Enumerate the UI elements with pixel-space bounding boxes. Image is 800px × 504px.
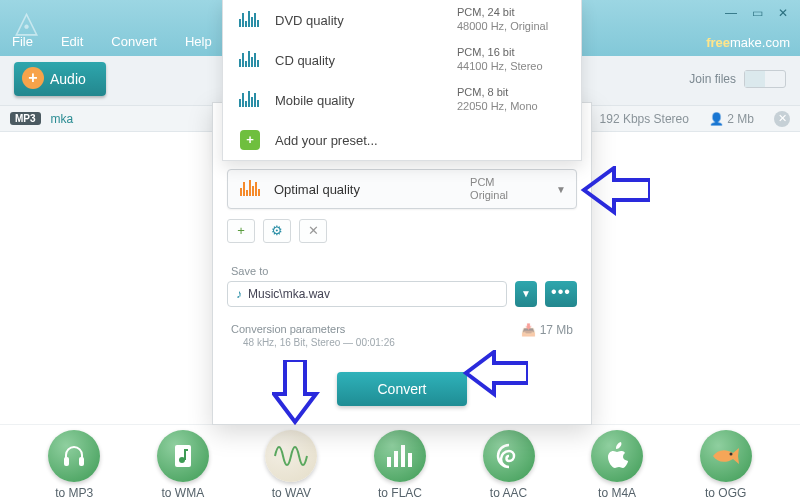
save-path-text: Music\mka.wav: [248, 287, 330, 301]
format-label: to AAC: [473, 486, 545, 500]
svg-rect-4: [387, 457, 391, 467]
swirl-icon: [483, 430, 535, 482]
format-label: to MP3: [38, 486, 110, 500]
format-label: to FLAC: [364, 486, 436, 500]
maximize-button[interactable]: ▭: [750, 6, 764, 20]
equalizer-icon: [374, 430, 426, 482]
save-to-row: ♪ Music\mka.wav ▼ •••: [227, 281, 577, 307]
preset-mobile-quality[interactable]: Mobile quality PCM, 8 bit 22050 Hz, Mono: [223, 80, 581, 120]
menu-edit[interactable]: Edit: [61, 34, 83, 49]
waveform-icon: [237, 87, 263, 113]
join-files-label: Join files: [689, 72, 736, 86]
waveform-icon: [237, 47, 263, 73]
preset-label: Add your preset...: [275, 133, 567, 148]
preset-tools: + ⚙ ✕: [227, 219, 577, 243]
svg-point-8: [729, 453, 732, 456]
menu-file[interactable]: File: [12, 34, 33, 49]
format-flac[interactable]: to FLAC: [364, 430, 436, 500]
conversion-params-title: Conversion parameters: [231, 323, 345, 335]
apple-icon: [591, 430, 643, 482]
waveform-icon: [238, 176, 264, 202]
format-mp3[interactable]: to MP3: [38, 430, 110, 500]
wav-wave-icon: [265, 430, 317, 482]
svg-rect-1: [79, 457, 84, 466]
format-m4a[interactable]: to M4A: [581, 430, 653, 500]
music-note-icon: ♪: [236, 287, 242, 301]
svg-rect-6: [401, 445, 405, 467]
close-window-button[interactable]: ✕: [776, 6, 790, 20]
delete-preset-button[interactable]: ✕: [299, 219, 327, 243]
format-bar: to MP3 to WMA to WAV to FLAC to AAC to M…: [0, 424, 800, 504]
waveform-icon: [237, 7, 263, 33]
file-size: 👤 2 Mb: [709, 112, 754, 126]
preset-detail: PCM, 24 bit 48000 Hz, Original: [457, 6, 567, 34]
browse-button[interactable]: •••: [545, 281, 577, 307]
svg-rect-2: [175, 445, 191, 467]
format-ogg[interactable]: to OGG: [690, 430, 762, 500]
plus-icon: +: [237, 127, 263, 153]
preset-label: DVD quality: [275, 13, 457, 28]
settings-button[interactable]: ⚙: [263, 219, 291, 243]
format-label: to WAV: [255, 486, 327, 500]
add-preset-button[interactable]: +: [227, 219, 255, 243]
save-path-input[interactable]: ♪ Music\mka.wav: [227, 281, 507, 307]
output-size: 17 Mb: [521, 323, 573, 337]
preset-label: CD quality: [275, 53, 457, 68]
format-wma[interactable]: to WMA: [147, 430, 219, 500]
preset-dvd-quality[interactable]: DVD quality PCM, 24 bit 48000 Hz, Origin…: [223, 0, 581, 40]
join-files-toggle[interactable]: [744, 70, 786, 88]
join-files-control: Join files: [689, 70, 786, 88]
window-controls: — ▭ ✕: [724, 6, 790, 20]
selected-quality-label: Optimal quality: [274, 182, 470, 197]
add-audio-button[interactable]: Audio: [14, 62, 106, 96]
convert-button[interactable]: Convert: [337, 372, 467, 406]
preset-cd-quality[interactable]: CD quality PCM, 16 bit 44100 Hz, Stereo: [223, 40, 581, 80]
add-preset[interactable]: + Add your preset...: [223, 120, 581, 160]
preset-dropdown: DVD quality PCM, 24 bit 48000 Hz, Origin…: [222, 0, 582, 161]
save-path-dropdown[interactable]: ▼: [515, 281, 537, 307]
quality-selector[interactable]: Optimal quality PCM Original ▼: [227, 169, 577, 209]
format-label: to WMA: [147, 486, 219, 500]
format-label: to OGG: [690, 486, 762, 500]
remove-file-button[interactable]: ✕: [774, 111, 790, 127]
chevron-down-icon: ▼: [556, 184, 566, 195]
format-label: to M4A: [581, 486, 653, 500]
headphones-icon: [48, 430, 100, 482]
format-wav[interactable]: to WAV: [255, 430, 327, 500]
conversion-params-detail: 48 kHz, 16 Bit, Stereo — 00:01:26: [243, 337, 573, 348]
file-format-badge: MP3: [10, 112, 41, 125]
main-menu: File Edit Convert Help: [12, 34, 212, 49]
selected-quality-detail: PCM Original: [470, 176, 550, 202]
svg-rect-7: [408, 453, 412, 467]
menu-help[interactable]: Help: [185, 34, 212, 49]
fish-icon: [700, 430, 752, 482]
file-info: 192 Kbps Stereo: [600, 112, 689, 126]
menu-convert[interactable]: Convert: [111, 34, 157, 49]
preset-label: Mobile quality: [275, 93, 457, 108]
document-note-icon: [157, 430, 209, 482]
svg-rect-0: [64, 457, 69, 466]
save-to-label: Save to: [231, 265, 573, 277]
format-aac[interactable]: to AAC: [473, 430, 545, 500]
brand-label: freemake.com: [706, 35, 790, 50]
preset-detail: PCM, 16 bit 44100 Hz, Stereo: [457, 46, 567, 74]
preset-detail: PCM, 8 bit 22050 Hz, Mono: [457, 86, 567, 114]
minimize-button[interactable]: —: [724, 6, 738, 20]
svg-rect-5: [394, 451, 398, 467]
conversion-parameters: Conversion parameters 48 kHz, 16 Bit, St…: [231, 323, 573, 348]
